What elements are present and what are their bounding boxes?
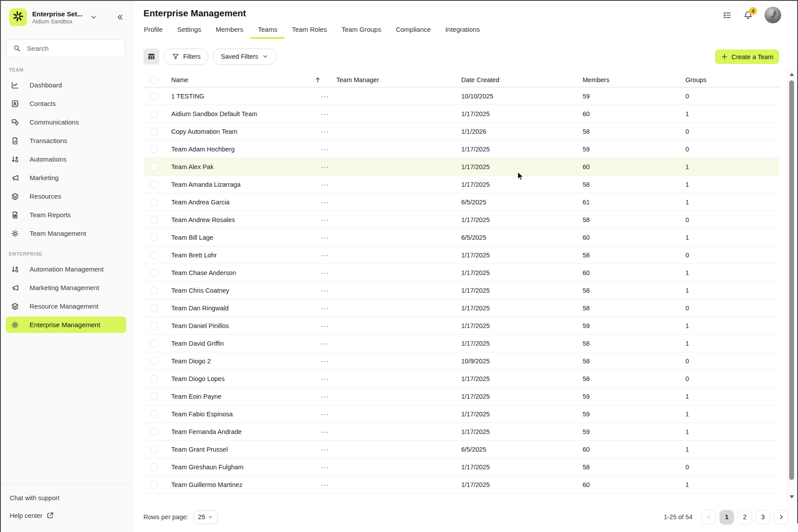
sidebar-item-team-management[interactable]: Team Management <box>6 225 126 241</box>
table-row[interactable]: Team Brett Lohr···1/17/2025580 <box>143 246 779 264</box>
row-checkbox[interactable] <box>150 428 158 436</box>
table-row[interactable]: Team Adam Hochberg···1/17/2025590 <box>143 140 779 158</box>
tasks-checklist-icon[interactable] <box>723 11 732 20</box>
sidebar-item-transactions[interactable]: Transactions <box>6 132 126 149</box>
sidebar-item-contacts[interactable]: Contacts <box>6 95 126 112</box>
table-row[interactable]: Aidium Sandbox Default Team···1/17/20256… <box>143 105 779 123</box>
row-checkbox[interactable] <box>150 392 158 400</box>
saved-filters-dropdown[interactable]: Saved Filters <box>213 49 277 65</box>
previous-page-button[interactable] <box>701 510 716 524</box>
table-row[interactable]: Team Dan Ringwald···1/17/2025580 <box>143 299 779 317</box>
table-row[interactable]: Team Grant Prussel···6/5/2025601 <box>143 441 779 458</box>
row-checkbox[interactable] <box>150 216 158 224</box>
team-manager-actions-button[interactable]: ··· <box>321 145 329 153</box>
column-header-team-manager[interactable]: Team Manager <box>316 76 461 83</box>
table-row[interactable]: Team Amanda Lizarraga···1/17/2025581 <box>143 176 779 193</box>
tab-team-roles[interactable]: Team Roles <box>292 26 327 39</box>
select-all-checkbox[interactable] <box>150 76 158 84</box>
team-manager-actions-button[interactable]: ··· <box>321 357 329 365</box>
sidebar-item-enterprise-management[interactable]: Enterprise Management <box>6 317 126 333</box>
row-checkbox[interactable] <box>150 340 158 347</box>
team-manager-actions-button[interactable]: ··· <box>321 375 329 382</box>
sidebar-item-marketing-management[interactable]: Marketing Management <box>6 279 126 296</box>
table-row[interactable]: Team Diogo Lopes···1/17/2025580 <box>143 370 779 388</box>
table-row[interactable]: Team Fabio Espinosa···1/17/2025591 <box>143 405 779 423</box>
team-manager-actions-button[interactable]: ··· <box>321 110 329 117</box>
team-manager-actions-button[interactable]: ··· <box>321 163 329 170</box>
team-manager-actions-button[interactable]: ··· <box>321 392 329 400</box>
sidebar-item-dashboard[interactable]: Dashboard <box>6 77 126 93</box>
table-row[interactable]: Team Greshaun Fulgham···1/17/2025580 <box>143 458 779 476</box>
team-manager-actions-button[interactable]: ··· <box>321 445 329 453</box>
row-checkbox[interactable] <box>150 304 158 312</box>
table-row[interactable]: Team Daniel Pinillos···1/17/2025591 <box>143 317 779 335</box>
table-row[interactable]: Team Chase Anderson···1/17/2025601 <box>143 264 779 282</box>
row-checkbox[interactable] <box>150 92 158 100</box>
column-header-members[interactable]: Members <box>583 76 685 83</box>
table-row[interactable]: Team Bill Lage···6/5/2025601 <box>143 229 779 246</box>
sidebar-item-resource-management[interactable]: Resource Management <box>6 298 126 314</box>
sidebar-item-automation-management[interactable]: Automation Management <box>6 261 126 277</box>
sidebar-item-marketing[interactable]: Marketing <box>6 170 126 186</box>
sidebar-item-resources[interactable]: Resources <box>6 188 126 204</box>
chevron-down-icon[interactable] <box>90 13 98 21</box>
table-view-button[interactable] <box>143 49 159 64</box>
row-checkbox[interactable] <box>150 481 158 489</box>
create-team-button[interactable]: Create a Team <box>715 49 779 64</box>
team-manager-actions-button[interactable]: ··· <box>321 304 329 312</box>
tab-teams[interactable]: Teams <box>258 26 277 39</box>
team-manager-actions-button[interactable]: ··· <box>321 198 329 206</box>
tab-compliance[interactable]: Compliance <box>396 26 431 39</box>
row-checkbox[interactable] <box>150 128 158 136</box>
page-button-1[interactable]: 1 <box>719 510 734 524</box>
filters-button[interactable]: Filters <box>164 49 208 65</box>
row-checkbox[interactable] <box>150 198 158 206</box>
user-avatar[interactable] <box>764 7 781 23</box>
team-manager-actions-button[interactable]: ··· <box>321 181 329 188</box>
page-button-2[interactable]: 2 <box>738 510 752 524</box>
search-input[interactable]: Search <box>6 39 125 57</box>
sidebar-item-communications[interactable]: Communications <box>6 114 126 130</box>
row-checkbox[interactable] <box>150 269 158 277</box>
column-header-date-created[interactable]: Date Created <box>461 76 583 83</box>
collapse-sidebar-icon[interactable] <box>116 13 124 22</box>
table-row[interactable]: Team Fernanda Andrade···1/17/2025591 <box>143 423 779 441</box>
tab-profile[interactable]: Profile <box>144 26 163 39</box>
notifications-bell-icon[interactable]: 4 <box>743 10 753 20</box>
table-row[interactable]: Team Chris Coatney···1/17/2025581 <box>143 282 779 299</box>
team-manager-actions-button[interactable]: ··· <box>321 340 329 347</box>
table-row[interactable]: 1 TESTING···10/10/2025590 <box>143 87 779 105</box>
team-manager-actions-button[interactable]: ··· <box>321 92 329 100</box>
column-header-name[interactable]: Name <box>171 76 188 83</box>
table-row[interactable]: Team Andrew Rosales···1/17/2025580 <box>143 211 779 229</box>
row-checkbox[interactable] <box>150 234 158 241</box>
rows-per-page-select[interactable]: 25 <box>194 510 218 524</box>
table-row[interactable]: Team Eoin Payne···1/17/2025591 <box>143 388 779 405</box>
table-row[interactable]: Copy Automation Team···1/1/2026580 <box>143 123 779 140</box>
sort-ascending-icon[interactable] <box>314 76 322 84</box>
team-manager-actions-button[interactable]: ··· <box>321 428 329 435</box>
workspace-switcher[interactable]: Enterprise Set... Aidium Sandbox <box>0 0 132 26</box>
row-checkbox[interactable] <box>150 163 158 171</box>
tab-settings[interactable]: Settings <box>177 26 201 39</box>
table-row[interactable]: Team David Griffin···1/17/2025581 <box>143 335 779 352</box>
next-page-button[interactable] <box>774 510 788 524</box>
team-manager-actions-button[interactable]: ··· <box>321 287 329 294</box>
table-row[interactable]: Team Guillermo Martinez···1/17/2025601 <box>143 476 779 494</box>
row-checkbox[interactable] <box>150 145 158 153</box>
table-row[interactable]: Team Andrea Garcia···6/5/2025611 <box>143 193 779 211</box>
row-checkbox[interactable] <box>150 287 158 294</box>
tab-team-groups[interactable]: Team Groups <box>342 26 381 39</box>
team-manager-actions-button[interactable]: ··· <box>321 481 329 488</box>
scroll-down-arrow-icon[interactable] <box>790 495 794 498</box>
row-checkbox[interactable] <box>150 181 158 189</box>
team-manager-actions-button[interactable]: ··· <box>321 463 329 471</box>
table-row[interactable]: Team Alex Pak···1/17/2025601 <box>143 158 779 176</box>
team-manager-actions-button[interactable]: ··· <box>321 269 329 276</box>
scrollbar-thumb[interactable] <box>789 80 794 480</box>
sidebar-item-automations[interactable]: Automations <box>6 151 126 167</box>
row-checkbox[interactable] <box>150 251 158 259</box>
vertical-scrollbar[interactable] <box>787 70 795 502</box>
team-manager-actions-button[interactable]: ··· <box>321 234 329 241</box>
row-checkbox[interactable] <box>150 445 158 453</box>
